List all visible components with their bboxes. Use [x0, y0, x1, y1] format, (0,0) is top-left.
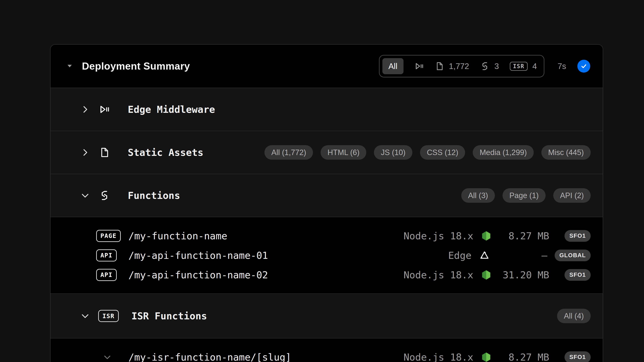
region-badge: SFO1: [564, 351, 591, 362]
function-path: /my-api-function-name-02: [128, 269, 268, 281]
isr-count: 4: [532, 62, 537, 71]
file-icon: [435, 61, 444, 71]
region-badge: SFO1: [564, 230, 591, 242]
chevron-down-icon[interactable]: [80, 311, 90, 321]
panel-header[interactable]: Deployment Summary All: [50, 45, 603, 88]
function-row[interactable]: API /my-api-function-name-02 Node.js 18.…: [96, 265, 591, 285]
filter-badge[interactable]: Media (1,299): [473, 145, 534, 160]
status-badge: [578, 60, 590, 73]
function-size: —: [490, 250, 548, 261]
chevron-right-icon[interactable]: [80, 105, 90, 114]
chevron-down-icon[interactable]: [103, 353, 112, 362]
functions-count: 3: [494, 62, 499, 71]
filter-badge[interactable]: All (3): [461, 188, 495, 203]
filter-badge[interactable]: API (2): [553, 188, 591, 203]
section-title: ISR Functions: [132, 310, 207, 322]
isr-count-group[interactable]: ISR 4: [510, 62, 537, 71]
function-type-badge: API: [96, 249, 117, 261]
section-title: Edge Middleware: [128, 104, 215, 115]
section-isr-functions[interactable]: ISR ISR Functions All (4): [50, 293, 603, 338]
deployment-summary-panel: Deployment Summary All: [50, 44, 603, 362]
file-icon: [98, 146, 110, 158]
page-title: Deployment Summary: [82, 60, 190, 72]
chevron-down-icon[interactable]: [80, 191, 90, 200]
collapse-triangle-icon[interactable]: [66, 63, 73, 69]
function-runtime: Node.js 18.x: [352, 230, 473, 242]
section-functions[interactable]: Functions All (3) Page (1) API (2): [50, 174, 603, 217]
section-title: Static Assets: [128, 147, 204, 158]
chevron-right-icon[interactable]: [80, 148, 90, 157]
section-static-assets[interactable]: Static Assets All (1,772) HTML (6) JS (1…: [50, 131, 603, 174]
functions-icon: [98, 189, 110, 202]
functions-filters: All (3) Page (1) API (2): [461, 188, 591, 203]
static-count: 1,772: [449, 62, 469, 71]
function-runtime: Node.js 18.x: [352, 352, 473, 362]
functions-list: PAGE /my-function-name Node.js 18.x 8.27…: [50, 217, 603, 293]
isr-list: /my-isr-function-name/[slug] Node.js 18.…: [50, 338, 603, 362]
middleware-icon: [414, 61, 424, 71]
filter-badge[interactable]: All (1,772): [264, 145, 313, 160]
functions-icon: [480, 61, 490, 71]
function-runtime: Node.js 18.x: [352, 269, 473, 281]
filter-badge[interactable]: All (4): [557, 309, 591, 323]
filter-all-button[interactable]: All: [382, 58, 403, 74]
summary-filter-control: All 1,772: [379, 55, 544, 77]
filter-badge[interactable]: HTML (6): [320, 145, 366, 160]
middleware-icon: [98, 103, 110, 115]
isr-badge-icon: ISR: [98, 310, 118, 322]
function-path: /my-api-function-name-01: [128, 250, 268, 261]
filter-badge[interactable]: JS (10): [374, 145, 412, 160]
filter-badge[interactable]: Page (1): [502, 188, 546, 203]
static-count-group[interactable]: 1,772: [435, 61, 469, 71]
function-path: /my-isr-function-name/[slug]: [128, 352, 291, 362]
region-badge: GLOBAL: [555, 250, 591, 261]
function-size: 8.27 MB: [492, 352, 549, 362]
middleware-count-group[interactable]: [414, 61, 424, 71]
isr-function-row[interactable]: /my-isr-function-name/[slug] Node.js 18.…: [96, 347, 591, 362]
isr-chip: ISR: [510, 62, 528, 71]
function-type-badge: API: [96, 269, 117, 281]
build-duration: 7s: [558, 62, 566, 71]
function-size: 8.27 MB: [492, 230, 549, 242]
function-path: /my-function-name: [128, 230, 227, 242]
isr-type-badge: ISR: [98, 310, 119, 322]
edge-runtime-icon: [479, 250, 490, 261]
region-badge: SFO1: [564, 269, 591, 281]
nodejs-icon: [480, 352, 492, 362]
nodejs-icon: [480, 230, 492, 242]
static-assets-filters: All (1,772) HTML (6) JS (10) CSS (12) Me…: [264, 145, 591, 160]
section-edge-middleware[interactable]: Edge Middleware: [50, 88, 603, 131]
section-title: Functions: [128, 190, 180, 201]
isr-filters: All (4): [557, 309, 591, 323]
function-runtime: Edge: [351, 250, 472, 261]
function-row[interactable]: PAGE /my-function-name Node.js 18.x 8.27…: [96, 226, 591, 246]
check-icon: [580, 62, 588, 70]
functions-count-group[interactable]: 3: [480, 61, 499, 71]
function-type-badge: PAGE: [96, 230, 121, 242]
filter-badge[interactable]: CSS (12): [420, 145, 465, 160]
filter-badge[interactable]: Misc (445): [541, 145, 591, 160]
nodejs-icon: [480, 269, 492, 281]
function-row[interactable]: API /my-api-function-name-01 Edge — GLOB…: [96, 246, 591, 265]
function-size: 31.20 MB: [492, 269, 549, 281]
